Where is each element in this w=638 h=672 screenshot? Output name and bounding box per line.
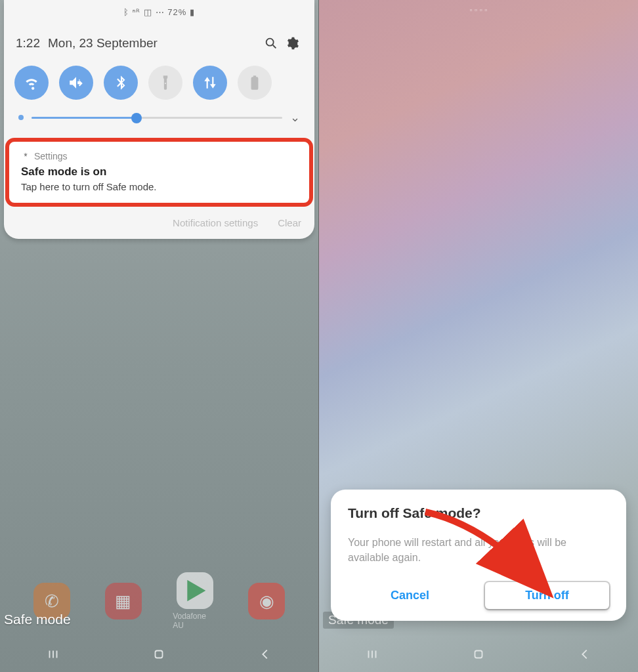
panel-footer: Notification settings Clear: [4, 209, 314, 232]
power-saving-toggle[interactable]: [238, 66, 272, 100]
left-screenshot: ✆ ▦ Vodafone AU ◉ Safe mode ᛒ ⁿᴿ ◫ ⋯ 72%…: [0, 0, 319, 672]
notification-source: Settings: [21, 151, 297, 161]
bluetooth-toggle[interactable]: [104, 66, 138, 100]
search-icon[interactable]: [261, 33, 282, 54]
chevron-down-icon[interactable]: ⌄: [290, 110, 300, 125]
calendar-icon: ▦: [105, 583, 142, 620]
flashlight-toggle[interactable]: [148, 66, 182, 100]
status-bar: ᛒ ⁿᴿ ◫ ⋯ 72% ▮: [4, 0, 314, 24]
notification-settings-link[interactable]: Notification settings: [173, 217, 258, 228]
back-button[interactable]: [572, 641, 598, 667]
svg-rect-10: [475, 651, 482, 658]
nav-bar: [0, 637, 318, 672]
cancel-button[interactable]: Cancel: [348, 582, 472, 609]
safe-mode-notification[interactable]: Settings Safe mode is on Tap here to tur…: [5, 138, 313, 207]
recents-button[interactable]: [40, 641, 66, 667]
brightness-min-icon: [18, 115, 24, 120]
slider-track[interactable]: [32, 117, 282, 119]
carrier-label: Vodafone AU: [173, 612, 217, 630]
home-button[interactable]: [146, 641, 172, 667]
brightness-slider[interactable]: ⌄: [4, 106, 314, 134]
clear-button[interactable]: Clear: [278, 217, 301, 228]
mobile-data-toggle[interactable]: [193, 66, 227, 100]
turn-off-safe-mode-dialog: Turn off Safe mode? Your phone will rest…: [331, 490, 626, 621]
safe-mode-badge: Safe mode: [4, 612, 71, 627]
status-icons: ᛒ ⁿᴿ ◫ ⋯ 72% ▮: [123, 7, 195, 17]
clock: 1:22: [16, 36, 40, 51]
camera-icon: ◉: [248, 583, 285, 620]
recents-button[interactable]: [359, 641, 385, 667]
dialog-actions: Cancel Turn off: [348, 582, 609, 609]
notification-title: Safe mode is on: [21, 165, 297, 178]
camera-app[interactable]: ◉: [244, 583, 289, 620]
svg-point-1: [266, 39, 274, 46]
svg-marker-0: [187, 580, 205, 602]
svg-line-2: [273, 45, 276, 49]
svg-rect-6: [156, 651, 163, 658]
right-screenshot: ▫ ▫ ▫ ▫ Safe mode Turn off Safe mode? Yo…: [319, 0, 638, 672]
status-bar: ▫ ▫ ▫ ▫: [319, 5, 638, 14]
nav-bar: [319, 637, 638, 672]
slider-thumb[interactable]: [131, 113, 142, 123]
notification-body: Tap here to turn off Safe mode.: [21, 181, 297, 192]
sound-toggle[interactable]: [59, 66, 93, 100]
play-icon: [177, 572, 213, 609]
quick-toggles: [4, 59, 314, 106]
calendar-app[interactable]: ▦: [101, 583, 146, 620]
home-button[interactable]: [465, 641, 492, 667]
turn-off-button[interactable]: Turn off: [485, 582, 609, 609]
dialog-body: Your phone will restart and all your app…: [348, 536, 609, 565]
gear-icon[interactable]: [282, 33, 303, 54]
date: Mon, 23 September: [48, 36, 261, 51]
wifi-toggle[interactable]: [14, 66, 49, 100]
notification-source-label: Settings: [34, 151, 68, 161]
play-app[interactable]: Vodafone AU: [173, 572, 217, 630]
panel-header: 1:22 Mon, 23 September: [4, 24, 314, 59]
notification-panel: ᛒ ⁿᴿ ◫ ⋯ 72% ▮ 1:22 Mon, 23 September: [4, 0, 314, 239]
back-button[interactable]: [252, 641, 278, 667]
dialog-title: Turn off Safe mode?: [348, 505, 609, 521]
